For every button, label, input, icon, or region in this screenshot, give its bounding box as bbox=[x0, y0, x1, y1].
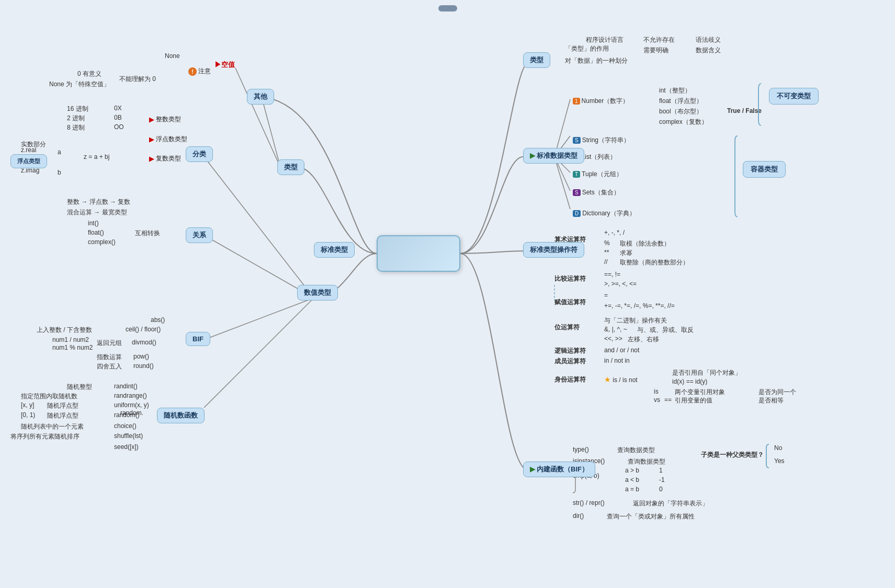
svg-line-5 bbox=[204, 298, 314, 408]
type-func: type() bbox=[573, 446, 589, 453]
xy-label: [x, y] bbox=[21, 401, 34, 409]
need-clear: 需要明确 bbox=[643, 46, 669, 55]
bit-desc: 与「二进制」操作有关 bbox=[604, 316, 667, 325]
hex16-label: 16 进制 bbox=[67, 105, 88, 113]
shift-desc: 左移、右移 bbox=[628, 335, 659, 344]
abs-label: abs() bbox=[151, 316, 165, 324]
choice-func: choice() bbox=[114, 422, 137, 430]
number-label: 1Number（数字） bbox=[573, 97, 629, 106]
cmp-gt: a > b bbox=[625, 467, 639, 474]
b-label: b bbox=[58, 169, 61, 176]
cmp-eq: a = b bbox=[625, 486, 639, 493]
dict-icon: D bbox=[573, 210, 581, 217]
int-type: int（整型） bbox=[659, 86, 691, 95]
arrow-fushu: ▶ bbox=[149, 155, 154, 163]
zhuyi-label: 注意 bbox=[198, 67, 211, 76]
zero-one-label: [0, 1) bbox=[21, 411, 35, 419]
compound-assign: +=, -=, *=, /=, %=, **=, //= bbox=[604, 302, 675, 309]
return-tuple: 返回元组 bbox=[97, 339, 122, 348]
node-qita: 其他 bbox=[247, 89, 274, 105]
fushu-label: 复数类型 bbox=[156, 154, 181, 163]
container-bracket-svg bbox=[735, 133, 756, 220]
cmp-eq-val: 0 bbox=[659, 486, 663, 493]
floor-div-op: // bbox=[604, 258, 608, 266]
basic-ops: +, -, *, / bbox=[604, 229, 625, 236]
svg-line-4 bbox=[204, 298, 314, 340]
not-zero-label: 不能理解为 0 bbox=[119, 75, 156, 84]
dir-func: dir() bbox=[573, 512, 584, 520]
bit-header: 位运算符 bbox=[554, 323, 580, 332]
uniform-func: uniform(x, y) bbox=[114, 401, 149, 409]
node-biaozhun: ▶标准数据类型 bbox=[523, 148, 584, 164]
leixing-desc: 「类型」的作用 bbox=[565, 44, 609, 53]
sets-icon: S bbox=[573, 189, 581, 196]
cmp-lt: a < b bbox=[625, 476, 639, 483]
data-meaning: 数据含义 bbox=[696, 46, 721, 55]
sets-label: SSets（集合） bbox=[573, 188, 620, 197]
float-type: float（浮点型） bbox=[659, 97, 703, 106]
string-label: SString（字符串） bbox=[573, 136, 630, 145]
assign-op: = bbox=[604, 292, 608, 299]
randint-func: randint() bbox=[114, 383, 138, 390]
pow-func: pow() bbox=[133, 353, 149, 360]
node-guanxi: 关系 bbox=[186, 227, 213, 243]
cmp-lt-val: -1 bbox=[659, 476, 665, 483]
subclass-bracket-svg bbox=[766, 442, 782, 468]
random-func: random() bbox=[114, 411, 140, 419]
svg-line-1 bbox=[235, 68, 280, 167]
ceil-func: ceil() / floor() bbox=[126, 326, 161, 333]
member-ops: in / not in bbox=[604, 357, 630, 364]
kongzhi-group: ▶空值 bbox=[214, 60, 235, 70]
logic-header: 逻辑运算符 bbox=[554, 347, 586, 355]
int-func: int() bbox=[88, 220, 99, 227]
logic-ops: and / or / not bbox=[604, 347, 639, 354]
url-badge bbox=[438, 5, 457, 11]
is-label: is bbox=[654, 388, 659, 395]
equal-ops: ==, != bbox=[604, 271, 620, 278]
ceil-desc: 上入整数 / 下含整数 bbox=[37, 326, 92, 335]
arrow-biaozhun: ▶ bbox=[530, 152, 535, 159]
true-false: True / False bbox=[727, 107, 762, 114]
compare-header: 比较运算符 bbox=[554, 274, 586, 283]
compare-ops: >, >=, <, <= bbox=[604, 280, 637, 287]
id-equal: id(x) == id(y) bbox=[672, 378, 707, 385]
type-desc: 查询数据类型 bbox=[617, 446, 655, 455]
tuple-icon: T bbox=[573, 171, 580, 178]
fudian-side-node: 浮点类型 bbox=[10, 154, 47, 168]
arrow-kongzhi: ▶空值 bbox=[214, 60, 235, 70]
oct8-label: 8 进制 bbox=[67, 123, 85, 132]
mutual-convert: 互相转换 bbox=[135, 229, 160, 238]
shuffle-desc: 将序列所有元素随机排序 bbox=[10, 432, 80, 441]
arrow-zhengsu: ▶ bbox=[149, 116, 154, 123]
vs-label: vs bbox=[654, 396, 660, 403]
num2-label: num1 % num2 bbox=[52, 344, 93, 351]
zhuyi-group: ! 注意 bbox=[188, 67, 211, 76]
same-obj-desc: 是否引用自「同个对象」 bbox=[672, 368, 741, 377]
none-special-label: None 为「特殊空值」 bbox=[49, 80, 110, 89]
isinstance-desc: 查询数据类型 bbox=[628, 457, 665, 466]
float-func: float() bbox=[88, 229, 104, 236]
assign-header: 赋值运算符 bbox=[554, 298, 586, 307]
randrange-desc: 指定范围内取随机数 bbox=[21, 392, 77, 401]
fushu-group: ▶ 复数类型 bbox=[149, 154, 181, 163]
node-leixing-right: 类型 bbox=[523, 52, 550, 68]
round-desc: 四舍五入 bbox=[97, 362, 122, 371]
cmp-gt-val: 1 bbox=[659, 467, 663, 474]
divmod-func: divmod() bbox=[132, 339, 156, 346]
none-label: None bbox=[165, 52, 180, 60]
bin2-val: 0B bbox=[114, 114, 122, 121]
choice-desc: 随机列表中的一个元素 bbox=[21, 422, 84, 431]
bit-ops: &, |, ^, ~ bbox=[604, 326, 627, 333]
zhengsu-label: 整数类型 bbox=[156, 115, 181, 124]
complex-type: complex（复数） bbox=[659, 118, 708, 126]
random-float2-desc: 随机浮点型 bbox=[47, 411, 78, 420]
a-label: a bbox=[58, 148, 61, 156]
mod-op: % bbox=[604, 239, 610, 247]
member-header: 成员运算符 bbox=[554, 357, 586, 366]
complex-func: complex() bbox=[88, 238, 116, 246]
fudian-label: 浮点数类型 bbox=[156, 135, 187, 144]
convert-chain: 整数 → 浮点数 → 复数 bbox=[67, 198, 130, 206]
svg-line-11 bbox=[554, 157, 570, 209]
bool-type: bool（布尔型） bbox=[659, 107, 703, 116]
shift-ops: <<, >> bbox=[604, 335, 622, 342]
